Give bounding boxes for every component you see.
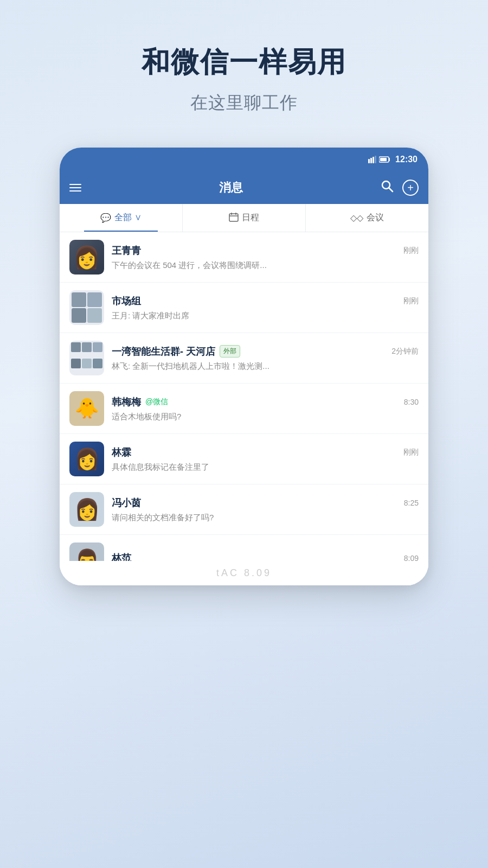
group-cell xyxy=(82,359,92,368)
svg-rect-0 xyxy=(368,159,370,163)
group-cell xyxy=(72,292,86,307)
meeting-icon: ◇◇ xyxy=(350,213,363,223)
chat-item-scz[interactable]: 市场组 刚刚 王月: 请大家准时出席 xyxy=(60,283,428,333)
svg-line-7 xyxy=(389,188,393,192)
chat-content-ls: 林霖 刚刚 具体信息我标记在备注里了 xyxy=(112,446,419,473)
chat-time-wqq: 刚刚 xyxy=(403,246,419,256)
chat-content-hmm: 韩梅梅 @微信 8:30 适合木地板使用吗? xyxy=(112,395,419,422)
chat-content-wqq: 王青青 刚刚 下午的会议在 504 进行，会议将围绕调研... xyxy=(112,244,419,271)
group-cell xyxy=(82,342,92,352)
status-time: 12:30 xyxy=(395,155,418,164)
svg-rect-2 xyxy=(373,157,374,163)
chat-content-ywan: 一湾智能生活群- 天河店 外部 2分钟前 林飞: 全新一代扫地机器人上市啦！激光… xyxy=(112,345,419,372)
chat-item-ywan[interactable]: 一湾智能生活群- 天河店 外部 2分钟前 林飞: 全新一代扫地机器人上市啦！激光… xyxy=(60,333,428,384)
svg-rect-1 xyxy=(370,158,372,163)
tab-schedule-label: 日程 xyxy=(242,212,259,224)
svg-rect-8 xyxy=(229,214,238,221)
svg-rect-5 xyxy=(380,158,387,161)
chat-header-wqq: 王青青 刚刚 xyxy=(112,244,419,257)
chat-preview-scz: 王月: 请大家准时出席 xyxy=(112,311,419,321)
chat-list: 王青青 刚刚 下午的会议在 504 进行，会议将围绕调研... xyxy=(60,232,428,585)
tab-all[interactable]: 💬 全部 ∨ xyxy=(60,204,183,232)
tab-bar: 💬 全部 ∨ 日程 ◇◇ 会议 xyxy=(60,204,428,232)
chat-content-fxy: 冯小茵 8:25 请问相关的文档准备好了吗? xyxy=(112,496,419,523)
chat-item-ls[interactable]: 林霖 刚刚 具体信息我标记在备注里了 xyxy=(60,434,428,484)
watermark: tAC 8.09 xyxy=(60,561,428,585)
search-icon[interactable] xyxy=(381,180,394,196)
chat-name-scz: 市场组 xyxy=(112,295,141,308)
phone-mockup: 12:30 消息 + 💬 xyxy=(0,148,488,585)
group-cell xyxy=(93,342,102,352)
add-icon[interactable]: + xyxy=(402,180,419,196)
chat-name-ywan: 一湾智能生活群- 天河店 外部 xyxy=(112,345,240,358)
avatar-wqq xyxy=(69,240,104,275)
nav-title: 消息 xyxy=(219,180,243,196)
chat-name-wqq: 王青青 xyxy=(112,244,141,257)
avatar-hmm xyxy=(69,391,104,426)
chat-name-ls: 林霖 xyxy=(112,446,131,459)
chat-header-ls: 林霖 刚刚 xyxy=(112,446,419,459)
chat-preview-ywan: 林飞: 全新一代扫地机器人上市啦！激光测... xyxy=(112,361,419,372)
avatar-ywan xyxy=(69,341,104,375)
chat-preview-ls: 具体信息我标记在备注里了 xyxy=(112,462,419,473)
tab-meeting[interactable]: ◇◇ 会议 xyxy=(306,204,428,232)
main-title: 和微信一样易用 xyxy=(0,43,488,81)
calendar-icon xyxy=(229,212,239,224)
group-cell xyxy=(87,308,102,323)
chat-item-wqq[interactable]: 王青青 刚刚 下午的会议在 504 进行，会议将围绕调研... xyxy=(60,232,428,283)
chat-time-hmm: 8:30 xyxy=(404,398,419,406)
chat-preview-fxy: 请问相关的文档准备好了吗? xyxy=(112,513,419,523)
avatar-fxy xyxy=(69,492,104,527)
external-badge: 外部 xyxy=(220,345,240,358)
menu-icon[interactable] xyxy=(69,184,81,192)
phone-frame: 12:30 消息 + 💬 xyxy=(60,148,428,585)
group-cell xyxy=(71,359,81,368)
wechat-tag: @微信 xyxy=(145,397,168,407)
sub-title: 在这里聊工作 xyxy=(0,91,488,115)
group-cell xyxy=(72,308,86,323)
chat-name-hmm: 韩梅梅 @微信 xyxy=(112,395,168,409)
chat-header-hmm: 韩梅梅 @微信 8:30 xyxy=(112,395,419,409)
chat-preview-wqq: 下午的会议在 504 进行，会议将围绕调研... xyxy=(112,260,419,271)
svg-rect-3 xyxy=(375,156,376,163)
status-icons xyxy=(368,156,391,163)
tab-schedule[interactable]: 日程 xyxy=(183,204,306,232)
nav-actions: + xyxy=(381,180,419,196)
chat-item-fxy[interactable]: 冯小茵 8:25 请问相关的文档准备好了吗? xyxy=(60,484,428,535)
nav-bar: 消息 + xyxy=(60,171,428,204)
group-cell xyxy=(87,292,102,307)
avatar-ls xyxy=(69,442,104,476)
chat-time-ywan: 2分钟前 xyxy=(391,347,419,356)
chat-icon: 💬 xyxy=(100,213,111,223)
avatar-scz xyxy=(69,290,104,325)
group-cell xyxy=(71,342,81,352)
chat-time-ls: 刚刚 xyxy=(403,448,419,457)
chat-name-fxy: 冯小茵 xyxy=(112,496,141,509)
chat-time-fxy: 8:25 xyxy=(404,499,419,507)
chat-header-ywan: 一湾智能生活群- 天河店 外部 2分钟前 xyxy=(112,345,419,358)
chat-time-scz: 刚刚 xyxy=(403,296,419,306)
chat-content-scz: 市场组 刚刚 王月: 请大家准时出席 xyxy=(112,295,419,321)
chat-preview-hmm: 适合木地板使用吗? xyxy=(112,412,419,422)
chat-item-hmm[interactable]: 韩梅梅 @微信 8:30 适合木地板使用吗? xyxy=(60,384,428,434)
chat-header-fxy: 冯小茵 8:25 xyxy=(112,496,419,509)
tab-all-label: 全部 ∨ xyxy=(114,212,141,224)
status-bar: 12:30 xyxy=(60,148,428,171)
group-cell xyxy=(93,359,102,368)
chat-header-scz: 市场组 刚刚 xyxy=(112,295,419,308)
tab-meeting-label: 会议 xyxy=(367,212,384,224)
